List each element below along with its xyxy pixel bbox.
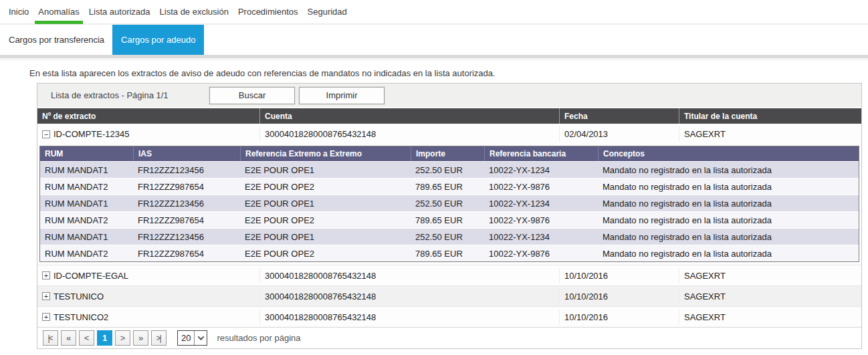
collapse-icon[interactable]: − [42,130,50,138]
ias-cell: FR12ZZZ987654 [133,213,240,227]
importe-cell: 789.65 EUR [411,180,484,194]
ias-cell: FR12ZZZ987654 [133,180,240,194]
extract-id: ID-COMPTE-EGAL [53,271,128,281]
extract-date: 10/10/2016 [559,310,679,325]
ias-cell: FR12ZZZ123456 [133,230,240,244]
extract-id-cell: + ID-COMPTE-EGAL [37,268,259,283]
extract-id-cell: + TESTUNICO [37,289,259,304]
nav-item-inicio[interactable]: Inicio [4,5,33,23]
rum-cell: RUM MANDAT2 [40,213,133,227]
conceptos-cell: Mandato no registrado en la lista autori… [598,163,859,177]
tab-bar: Cargos por transferencia Cargos por adeu… [0,25,868,55]
fast-prev-page-button[interactable]: « [61,330,76,346]
list-title: Lista de extractos - Página 1/1 [51,90,209,100]
ref-e2e-cell: E2E POUR OPE1 [240,197,411,211]
detail-row: RUM MANDAT1 FR12ZZZ123456 E2E POUR OPE1 … [40,195,859,211]
nav-item-anomalias[interactable]: Anomalías [33,5,84,23]
extract-date: 02/04/2013 [559,126,679,142]
print-button[interactable]: Imprimir [299,87,385,104]
conceptos-cell: Mandato no registrado en la lista autori… [598,197,859,211]
col-date: Fecha [559,108,679,124]
importe-cell: 789.65 EUR [411,247,484,261]
ref-bancaria-cell: 10022-YX-1234 [484,197,598,211]
col-rum: RUM [40,146,133,161]
conceptos-cell: Mandato no registrado en la lista autori… [598,180,859,194]
extract-row: − ID-COMPTE-12345 3000401828000876543214… [37,124,861,144]
ref-e2e-cell: E2E POUR OPE2 [240,213,411,227]
ias-cell: FR12ZZZ987654 [133,247,240,261]
nav-item-lista-exclusion[interactable]: Lista de exclusión [155,5,233,23]
ias-cell: FR12ZZZ123456 [133,197,240,211]
expand-icon[interactable]: + [42,292,50,300]
current-page-button[interactable]: 1 [97,330,112,346]
ref-bancaria-cell: 10022-YX-9876 [484,213,598,227]
ref-bancaria-cell: 10022-YX-1234 [484,230,598,244]
extract-id: TESTUNICO [53,291,104,302]
detail-row: RUM MANDAT2 FR12ZZZ987654 E2E POUR OPE2 … [40,245,859,261]
extract-holder: SAGEXRT [679,310,861,325]
extract-row: + TESTUNICO 30004018280008765432148 10/1… [37,285,861,306]
rum-cell: RUM MANDAT2 [40,247,133,261]
top-nav: Inicio Anomalías Lista autorizada Lista … [0,0,868,25]
extract-list-panel: Lista de extractos - Página 1/1 Buscar I… [37,83,862,349]
next-page-button[interactable]: > [115,330,130,346]
conceptos-cell: Mandato no registrado en la lista autori… [598,247,859,261]
nav-item-lista-autorizada[interactable]: Lista autorizada [84,5,155,23]
importe-cell: 252.50 EUR [411,163,484,177]
col-account: Cuenta [259,108,559,124]
detail-row: RUM MANDAT2 FR12ZZZ987654 E2E POUR OPE2 … [40,178,859,195]
extract-account: 30004018280008765432148 [259,310,559,325]
importe-cell: 789.65 EUR [411,213,484,227]
col-ias: IAS [133,146,240,161]
pagination-bar: |< « < 1 > » >| 20 resultados por página [37,327,861,348]
detail-row: RUM MANDAT1 FR12ZZZ123456 E2E POUR OPE1 … [40,228,859,245]
extract-account: 30004018280008765432148 [259,289,559,304]
extract-id: TESTUNICO2 [53,312,108,322]
conceptos-cell: Mandato no registrado en la lista autori… [598,230,859,244]
col-ref-bancaria: Referencia bancaria [484,146,598,161]
extract-id-cell: + TESTUNICO2 [37,310,259,325]
rum-cell: RUM MANDAT2 [40,180,133,194]
extract-table-header: Nº de extracto Cuenta Fecha Titular de l… [37,108,861,124]
detail-table: RUM IAS Referencia Extremo a Extremo Imp… [39,146,859,262]
extract-id-cell: − ID-COMPTE-12345 [37,126,259,142]
ref-e2e-cell: E2E POUR OPE1 [240,230,411,244]
last-page-button[interactable]: >| [151,330,167,346]
extract-account: 30004018280008765432148 [259,268,559,283]
ref-bancaria-cell: 10022-YX-1234 [484,163,598,177]
detail-row: RUM MANDAT1 FR12ZZZ123456 E2E POUR OPE1 … [40,161,859,178]
first-page-button[interactable]: |< [43,330,58,346]
extract-holder: SAGEXRT [679,126,861,142]
extract-date: 10/10/2016 [559,289,679,304]
extract-row: + TESTUNICO2 30004018280008765432148 10/… [37,306,861,327]
prev-page-button[interactable]: < [79,330,94,346]
nav-item-seguridad[interactable]: Seguridad [303,5,352,23]
col-extract-number: Nº de extracto [37,108,259,124]
col-conceptos: Conceptos [598,146,859,161]
fast-next-page-button[interactable]: » [133,330,148,346]
ias-cell: FR12ZZZ123456 [133,163,240,177]
importe-cell: 252.50 EUR [411,230,484,244]
detail-table-wrap: RUM IAS Referencia Extremo a Extremo Imp… [37,144,861,265]
col-importe: Importe [411,146,484,161]
extract-holder: SAGEXRT [679,289,861,304]
results-per-page-label: resultados por página [217,333,300,343]
tab-cargos-por-adeudo[interactable]: Cargos por adeudo [112,25,204,55]
detail-row: RUM MANDAT2 FR12ZZZ987654 E2E POUR OPE2 … [40,211,859,228]
ref-e2e-cell: E2E POUR OPE1 [240,163,411,177]
nav-item-procedimientos[interactable]: Procedimientos [233,5,303,23]
rum-cell: RUM MANDAT1 [40,197,133,211]
detail-table-header: RUM IAS Referencia Extremo a Extremo Imp… [40,146,859,161]
rum-cell: RUM MANDAT1 [40,230,133,244]
search-button[interactable]: Buscar [209,87,295,104]
col-ref-e2e: Referencia Extremo a Extremo [240,146,411,161]
extract-holder: SAGEXRT [679,268,861,283]
expand-icon[interactable]: + [42,271,50,279]
ref-bancaria-cell: 10022-YX-9876 [484,247,598,261]
ref-e2e-cell: E2E POUR OPE2 [240,247,411,261]
tab-cargos-por-transferencia[interactable]: Cargos por transferencia [0,25,112,55]
tab-divider-light [0,58,868,60]
expand-icon[interactable]: + [42,313,50,321]
page-size-select[interactable]: 20 [177,330,207,346]
extract-id: ID-COMPTE-12345 [53,129,129,139]
